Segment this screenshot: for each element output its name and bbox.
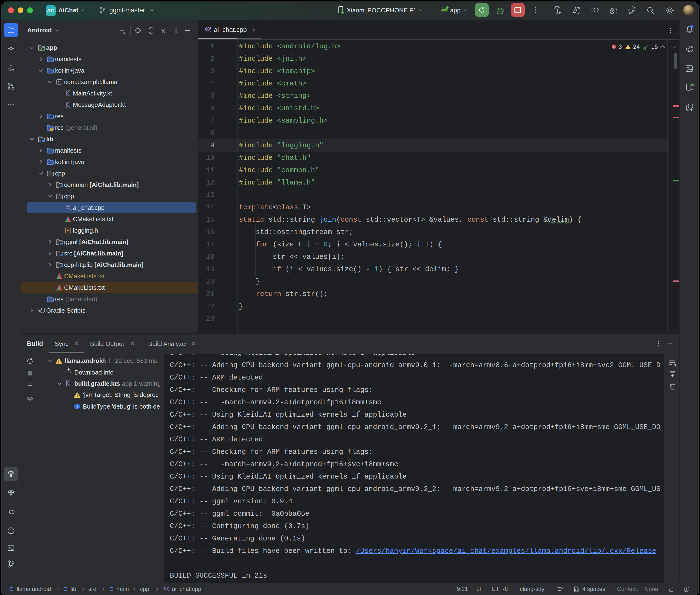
svg-text:C: C xyxy=(165,587,167,590)
svg-text:C: C xyxy=(206,28,208,31)
svg-text:C: C xyxy=(67,205,69,209)
